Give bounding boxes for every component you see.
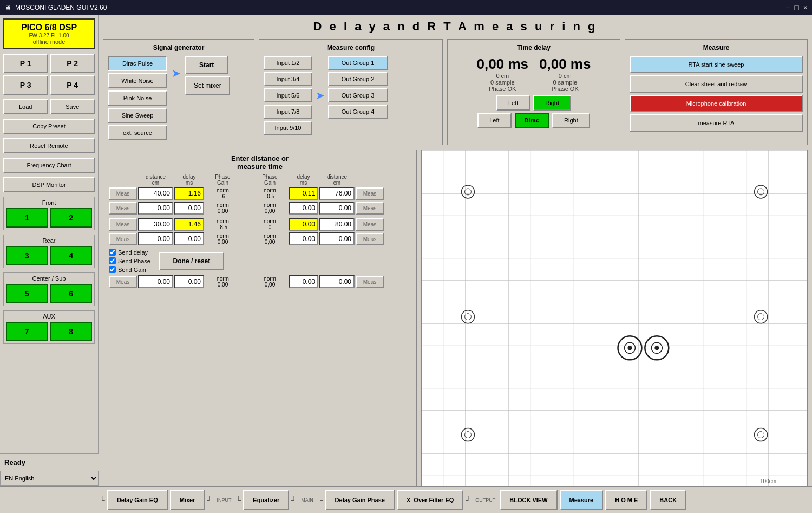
input-7-8-btn[interactable]: Input 7/8: [264, 105, 312, 119]
home-btn[interactable]: H O M E: [605, 490, 647, 510]
dirac-btn[interactable]: Dirac: [515, 113, 549, 128]
x-over-filter-eq-btn[interactable]: X_Over Filter EQ: [397, 490, 463, 510]
dist-r2-l[interactable]: [138, 202, 173, 215]
dirac-pulse-btn[interactable]: Dirac Pulse: [108, 56, 167, 71]
send-delay-label[interactable]: Send delay: [109, 249, 150, 256]
delay-gain-eq-btn[interactable]: Delay Gain EQ: [107, 490, 168, 510]
copy-preset-btn[interactable]: Copy Preset: [3, 119, 95, 134]
input-9-10-btn[interactable]: Input 9/10: [264, 121, 312, 135]
preset-p4-btn[interactable]: P 4: [50, 75, 95, 95]
preset-p2-btn[interactable]: P 2: [50, 54, 95, 73]
frequency-chart-btn[interactable]: Frequency Chart: [3, 158, 95, 173]
ch5-btn[interactable]: 5: [6, 284, 48, 303]
ch4-btn[interactable]: 4: [50, 246, 93, 265]
mic-calibration-btn[interactable]: Microphone calibration: [630, 95, 803, 112]
meas-r5-r[interactable]: Meas: [356, 276, 384, 288]
measure-nav-btn[interactable]: Measure: [560, 490, 604, 510]
input-3-4-btn[interactable]: Input 3/4: [264, 72, 312, 86]
set-mixer-btn[interactable]: Set mixer: [185, 76, 230, 95]
meas-r2-l[interactable]: Meas: [109, 202, 137, 215]
delay-r3-r[interactable]: [289, 218, 318, 231]
lang-select[interactable]: EN English DE Deutsch FR Français: [0, 471, 99, 486]
meas-r3-r[interactable]: Meas: [356, 218, 384, 231]
send-delay-check[interactable]: [109, 249, 116, 256]
back-btn[interactable]: BACK: [650, 490, 686, 510]
delay-r5-r[interactable]: [289, 275, 318, 288]
delay-r2-r[interactable]: [289, 202, 318, 215]
ch3-btn[interactable]: 3: [6, 246, 48, 265]
dist-r3-l[interactable]: [138, 218, 173, 231]
send-phase-label[interactable]: Send Phase: [109, 257, 150, 264]
delay-r4-l[interactable]: [174, 232, 204, 245]
save-btn[interactable]: Save: [50, 99, 95, 114]
white-noise-btn[interactable]: White Noise: [108, 73, 167, 88]
delay-r3-l[interactable]: [174, 218, 204, 231]
ch2-btn[interactable]: 2: [50, 208, 93, 228]
dist-r5-r[interactable]: [319, 275, 355, 288]
pink-noise-btn[interactable]: Pink Noise: [108, 90, 167, 106]
dsp-monitor-btn[interactable]: DSP Monitor: [3, 177, 95, 192]
ch6-btn[interactable]: 6: [50, 284, 93, 303]
distance-panel: Enter distance ormeasure time distancecm…: [103, 150, 417, 486]
meas-r2-r[interactable]: Meas: [356, 202, 384, 215]
delay-r1-r[interactable]: [289, 187, 318, 200]
meas-r5-l[interactable]: Meas: [109, 276, 137, 288]
send-gain-label[interactable]: Send Gain: [109, 266, 150, 273]
block-view-btn[interactable]: BLOCK VIEW: [500, 490, 557, 510]
sine-sweep-btn[interactable]: Sine Sweep: [108, 108, 167, 123]
dist-r5-l[interactable]: [138, 275, 173, 288]
meas-r4-l[interactable]: Meas: [109, 233, 137, 245]
send-phase-check[interactable]: [109, 257, 116, 264]
delay-r4-r[interactable]: [289, 232, 318, 245]
dist-r1-r[interactable]: [319, 187, 355, 200]
dist-r3-r[interactable]: [319, 218, 355, 231]
clear-sheet-btn[interactable]: Clear sheet and redraw: [630, 75, 803, 93]
dist-r2-r[interactable]: [319, 202, 355, 215]
delay-right2-btn[interactable]: Right: [552, 113, 590, 128]
preset-p3-btn[interactable]: P 3: [3, 75, 48, 95]
preset-p1-btn[interactable]: P 1: [3, 54, 48, 73]
meas-r3-l[interactable]: Meas: [109, 218, 137, 231]
ext-source-btn[interactable]: ext. source: [108, 125, 167, 140]
norm-r1-r: norm-0.5: [252, 187, 287, 199]
dist-r1-l[interactable]: [138, 187, 173, 200]
out-group-2-btn[interactable]: Out Group 2: [328, 72, 388, 86]
meas-r1-l[interactable]: Meas: [109, 187, 137, 200]
ch8-btn[interactable]: 8: [50, 322, 93, 341]
dist-r4-r[interactable]: [319, 232, 355, 245]
delay-gain-phase-btn[interactable]: Delay Gain Phase: [325, 490, 395, 510]
rta-start-btn[interactable]: RTA start sine sweep: [630, 56, 803, 73]
reset-remote-btn[interactable]: Reset Remote: [3, 138, 95, 153]
front-label: Front: [6, 199, 92, 206]
dist-r4-l[interactable]: [138, 232, 173, 245]
out-group-1-btn[interactable]: Out Group 1: [328, 56, 388, 70]
maximize-btn[interactable]: □: [794, 3, 798, 12]
out-group-3-btn[interactable]: Out Group 3: [328, 88, 388, 102]
close-btn[interactable]: ×: [803, 3, 808, 12]
delay-r2-l[interactable]: [174, 202, 204, 215]
delay-right-cm: 0 cm: [539, 73, 591, 79]
start-btn[interactable]: Start: [185, 56, 228, 74]
input-1-2-btn[interactable]: Input 1/2: [264, 56, 312, 70]
ch7-btn[interactable]: 7: [6, 322, 48, 341]
meas-r4-r[interactable]: Meas: [356, 233, 384, 245]
delay-left-btn[interactable]: Left: [496, 95, 530, 111]
input-5-6-btn[interactable]: Input 5/6: [264, 88, 312, 102]
load-btn[interactable]: Load: [3, 99, 48, 114]
minimize-btn[interactable]: −: [785, 3, 790, 12]
send-gain-check[interactable]: [109, 266, 116, 273]
ch1-btn[interactable]: 1: [6, 208, 48, 228]
mixer-btn[interactable]: Mixer: [170, 490, 205, 510]
measure-rta-btn[interactable]: measure RTA: [630, 114, 803, 132]
svg-rect-1: [422, 150, 807, 486]
delay-left2-btn[interactable]: Left: [477, 113, 511, 128]
equalizer-btn[interactable]: Equalizer: [243, 490, 289, 510]
meas-r1-r[interactable]: Meas: [356, 187, 384, 200]
delay-r5-l[interactable]: [174, 275, 204, 288]
norm-r2-l: norm0,00: [205, 202, 240, 214]
center-sub-label: Center / Sub: [6, 275, 92, 282]
done-reset-btn[interactable]: Done / reset: [159, 252, 224, 270]
out-group-4-btn[interactable]: Out Group 4: [328, 105, 388, 119]
delay-right-btn[interactable]: Right: [533, 95, 571, 111]
delay-r1-l[interactable]: [174, 187, 204, 200]
